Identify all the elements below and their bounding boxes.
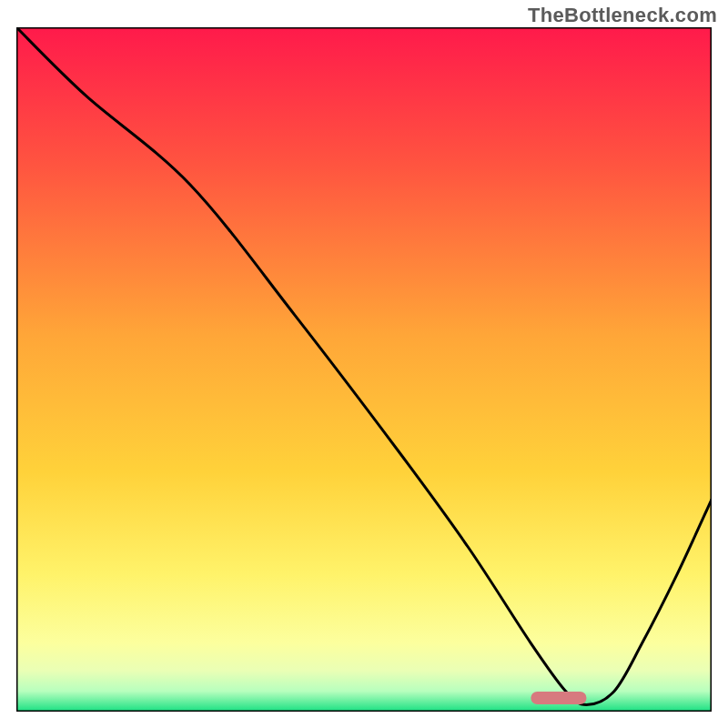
watermark-label: TheBottleneck.com: [528, 4, 717, 27]
optimum-marker: [531, 692, 586, 704]
chart-background: [16, 27, 712, 712]
chart-root: TheBottleneck.com: [0, 0, 728, 728]
chart-svg: [16, 27, 712, 712]
plot-area: [16, 27, 712, 712]
